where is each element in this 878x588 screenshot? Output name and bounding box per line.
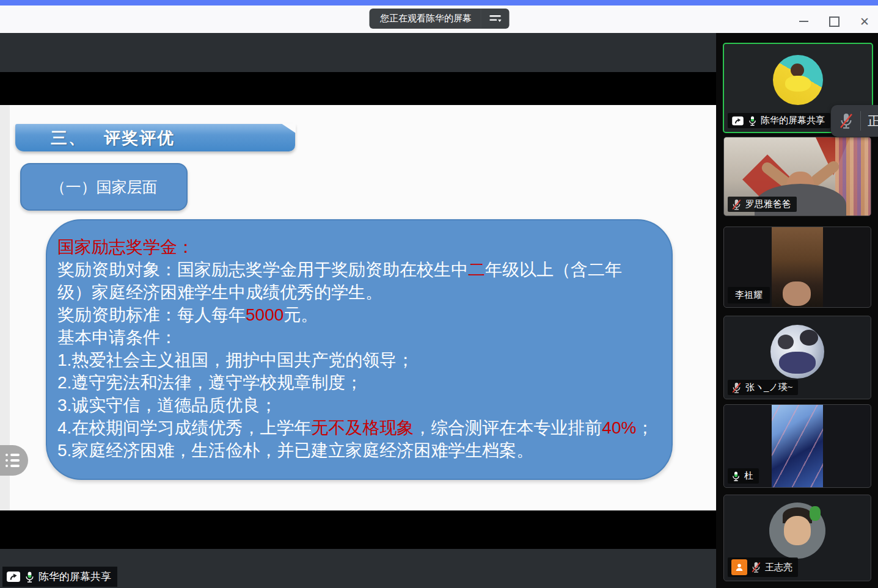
minimize-button[interactable]: [797, 15, 810, 27]
mic-muted-icon: [839, 113, 854, 129]
banner-fold-decoration: [281, 123, 296, 133]
clipped-overlay-text: 正: [868, 113, 878, 129]
shared-screen-top-gray-band: [0, 33, 716, 72]
person-badge-icon: [731, 559, 747, 575]
slide-body-line: 2.遵守宪法和法律，遵守学校规章制度；: [57, 371, 665, 394]
close-button[interactable]: ✕: [858, 15, 871, 27]
participant-name: 王志亮: [765, 562, 792, 573]
window-top-accent-strip: [0, 0, 878, 5]
view-options-menu-button[interactable]: [480, 9, 509, 29]
slide-subsection-banner: （一）国家层面: [20, 163, 188, 211]
floating-mute-control[interactable]: 正: [831, 105, 878, 137]
slide-body-line: 4.在校期间学习成绩优秀，上学年无不及格现象，综合测评在本专业排前40%；: [57, 416, 665, 439]
list-icon: [5, 454, 28, 456]
participant-name-bar: 张ヽ_ノ瑛~: [728, 380, 798, 395]
maximize-button[interactable]: [828, 15, 840, 27]
slide-content-box: 国家励志奖学金：奖励资助对象：国家励志奖学金用于奖励资助在校生中二年级以上（含二…: [46, 219, 673, 480]
participant-name: 李祖耀: [735, 289, 763, 301]
participant-tile-du[interactable]: 杜: [723, 404, 871, 488]
participant-tile-zhangying[interactable]: 张ヽ_ノ瑛~: [723, 316, 871, 399]
slide-body-line: 基本申请条件：: [57, 326, 665, 349]
divider: [860, 111, 861, 131]
mic-muted-icon: [731, 382, 742, 393]
viewing-screen-banner[interactable]: 您正在观看陈华的屏幕: [369, 9, 509, 29]
participant-name: 杜: [744, 470, 753, 482]
avatar: [770, 325, 824, 379]
slide-body-line: 5.家庭经济困难，生活俭朴，并已建立家庭经济困难学生档案。: [57, 439, 665, 462]
participant-video: [772, 405, 823, 487]
participant-name-bar: 王志亮: [728, 557, 798, 577]
window-controls: ✕: [797, 14, 871, 29]
participant-tile-lizuyao[interactable]: 李祖耀: [723, 227, 871, 308]
participant-name: 张ヽ_ノ瑛~: [745, 382, 792, 393]
slide-section-banner: 三、 评奖评优: [15, 124, 295, 151]
shared-slide: 三、 评奖评优 （一）国家层面 国家励志奖学金：奖励资助对象：国家励志奖学金用于…: [0, 105, 716, 510]
slide-body-line: 奖励资助对象：国家励志奖学金用于奖励资助在校生中二年级以上（含二年: [57, 258, 665, 281]
participant-name-bar: 陈华的屏幕共享: [728, 113, 830, 128]
screen-share-status-label: 陈华的屏幕共享: [2, 567, 117, 587]
participant-tile-luosiya-dad[interactable]: 罗思雅爸爸: [723, 137, 871, 216]
participant-name: 陈华的屏幕共享: [761, 115, 825, 126]
maximize-icon: [829, 16, 840, 27]
screen-share-icon: [731, 116, 744, 126]
participant-name-bar: 杜: [728, 468, 759, 484]
viewing-screen-label: 您正在观看陈华的屏幕: [369, 13, 480, 24]
slide-body: 国家励志奖学金：奖励资助对象：国家励志奖学金用于奖励资助在校生中二年级以上（含二…: [47, 220, 671, 462]
slide-body-line: 奖励资助标准：每人每年5000元。: [57, 303, 665, 326]
slide-body-line: 级）家庭经济困难学生中成绩优秀的学生。: [57, 281, 665, 303]
participant-tile-wangzhiliang[interactable]: 王志亮: [723, 495, 871, 581]
shared-screen-top-black-band: [0, 72, 716, 105]
mic-on-icon: [24, 571, 35, 583]
mic-on-icon: [731, 471, 741, 482]
titlebar: 您正在观看陈华的屏幕 ✕: [0, 5, 878, 34]
participant-name-bar: 李祖耀: [728, 287, 770, 303]
slide-body-line: 1.热爱社会主义祖国，拥护中国共产党的领导；: [57, 349, 665, 371]
hamburger-caret-icon: [488, 14, 502, 24]
slide-subsection-title: （一）国家层面: [51, 177, 158, 197]
share-label-text: 陈华的屏幕共享: [38, 570, 111, 584]
slide-body-line: 国家励志奖学金：: [57, 236, 665, 258]
shared-screen-bottom-black-band: [0, 510, 716, 549]
minimize-icon: [799, 21, 808, 22]
meeting-window: 您正在观看陈华的屏幕 ✕ 三、 评奖评优 （一）国家层面: [0, 0, 878, 588]
avatar: [769, 503, 825, 559]
mic-muted-icon: [751, 562, 761, 573]
participant-name: 罗思雅爸爸: [745, 198, 791, 210]
avatar: [773, 55, 823, 105]
slide-section-title: 三、 评奖评优: [15, 127, 175, 149]
shared-screen-bottom-gray-band: 陈华的屏幕共享: [0, 549, 716, 588]
slide-body-line: 3.诚实守信，道德品质优良；: [57, 394, 665, 416]
close-icon: ✕: [860, 16, 869, 27]
mic-on-icon: [748, 115, 757, 126]
screen-share-icon: [6, 571, 21, 583]
participant-video: [772, 227, 823, 307]
participant-name-bar: 罗思雅爸爸: [728, 197, 797, 212]
mic-muted-icon: [731, 199, 742, 210]
